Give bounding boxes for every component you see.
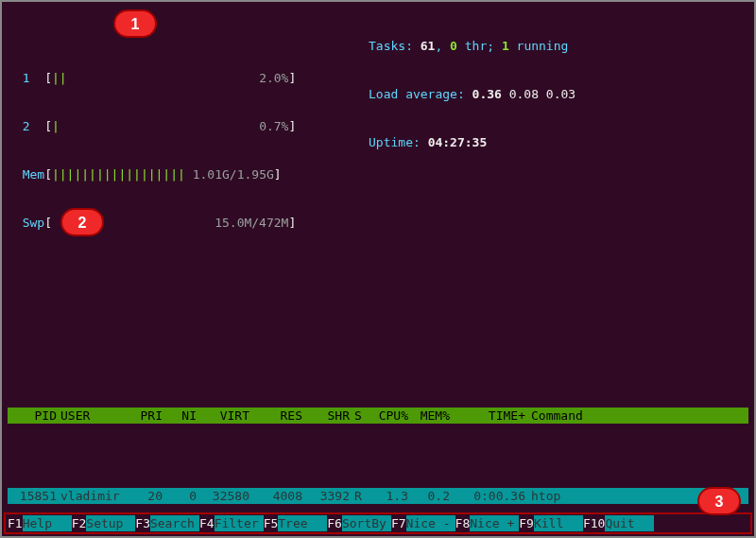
column-header[interactable]: PID USER PRI NI VIRT RES SHR S CPU% MEM%…: [8, 408, 748, 424]
col-res[interactable]: RES: [249, 408, 302, 424]
annotation-badge-2: 2: [60, 208, 104, 236]
fkey-f7[interactable]: F7Nice -: [391, 515, 455, 531]
fkey-f8[interactable]: F8Nice +: [455, 515, 520, 531]
fkey-f9[interactable]: F9Kill: [519, 515, 583, 531]
annotation-badge-3: 3: [697, 487, 741, 515]
col-user[interactable]: USER: [57, 408, 129, 424]
col-time[interactable]: TIME+: [450, 408, 525, 424]
fkey-f2[interactable]: F2Setup: [72, 515, 136, 531]
fkey-f1[interactable]: F1Help: [8, 515, 72, 531]
col-cmd[interactable]: Command: [525, 408, 745, 424]
col-pri[interactable]: PRI: [129, 408, 163, 424]
col-s[interactable]: S: [350, 408, 367, 424]
col-virt[interactable]: VIRT: [197, 408, 249, 424]
htop-terminal[interactable]: 1 [|| 2.0%] 2 [| 0.7%] Mem[|||||||||||||…: [2, 2, 754, 538]
col-shr[interactable]: SHR: [302, 408, 350, 424]
col-pid[interactable]: PID: [11, 408, 57, 424]
annotation-badge-1: 1: [113, 9, 157, 38]
function-key-bar[interactable]: F1Help F2Setup F3SearchF4FilterF5Tree F6…: [4, 512, 752, 534]
fkey-f10[interactable]: F10Quit: [583, 515, 654, 531]
fkey-f3[interactable]: F3Search: [135, 515, 199, 531]
stats-block: Tasks: 61, 0 thr; 1 running Load average…: [369, 6, 576, 182]
fkey-f4[interactable]: F4Filter: [199, 515, 264, 531]
swp-meter: Swp[ 15.0M/472M]: [8, 215, 748, 231]
col-cpu[interactable]: CPU%: [367, 408, 408, 424]
col-mem[interactable]: MEM%: [408, 408, 450, 424]
fkey-f5[interactable]: F5Tree: [264, 515, 328, 531]
process-row-selected[interactable]: 15851 vladimir 20 0 32580 4008 3392 R 1.…: [8, 488, 748, 504]
col-ni[interactable]: NI: [163, 408, 197, 424]
fkey-f6[interactable]: F6SortBy: [327, 515, 391, 531]
